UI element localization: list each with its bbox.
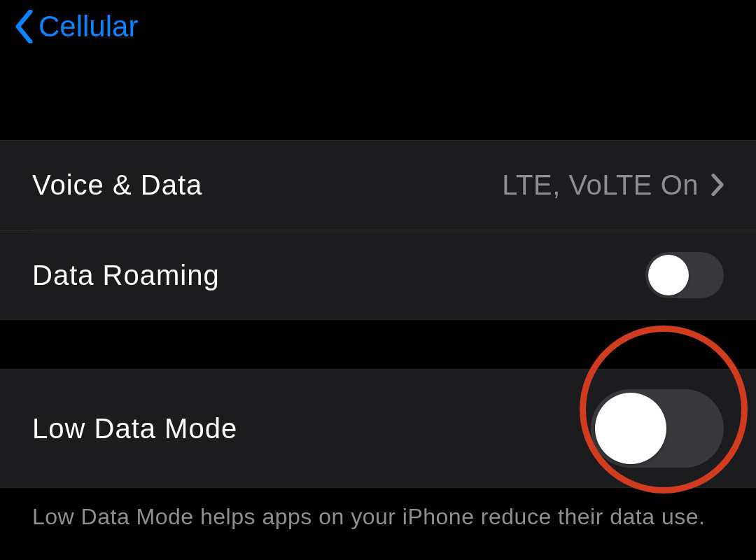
row-right: LTE, VoLTE On — [502, 169, 724, 201]
footer-help-text: Low Data Mode helps apps on your iPhone … — [0, 488, 756, 546]
toggle-low-data-mode[interactable] — [591, 389, 724, 468]
chevron-right-icon — [711, 174, 724, 196]
toggle-data-roaming[interactable] — [645, 252, 724, 298]
row-label-low-data: Low Data Mode — [32, 413, 237, 444]
toggle-knob — [648, 255, 689, 295]
toggle-knob — [595, 393, 666, 464]
chevron-left-icon — [14, 10, 34, 43]
row-value-voice-data: LTE, VoLTE On — [502, 169, 699, 201]
row-voice-data[interactable]: Voice & Data LTE, VoLTE On — [0, 140, 756, 230]
row-data-roaming: Data Roaming — [0, 230, 756, 320]
back-label: Cellular — [38, 10, 138, 43]
row-label-voice-data: Voice & Data — [32, 169, 202, 201]
section-gap — [0, 320, 756, 369]
back-button[interactable]: Cellular — [14, 10, 138, 43]
nav-bar: Cellular — [0, 0, 756, 66]
row-label-data-roaming: Data Roaming — [32, 260, 220, 291]
row-low-data-mode: Low Data Mode — [0, 369, 756, 488]
section-gap — [0, 66, 756, 140]
